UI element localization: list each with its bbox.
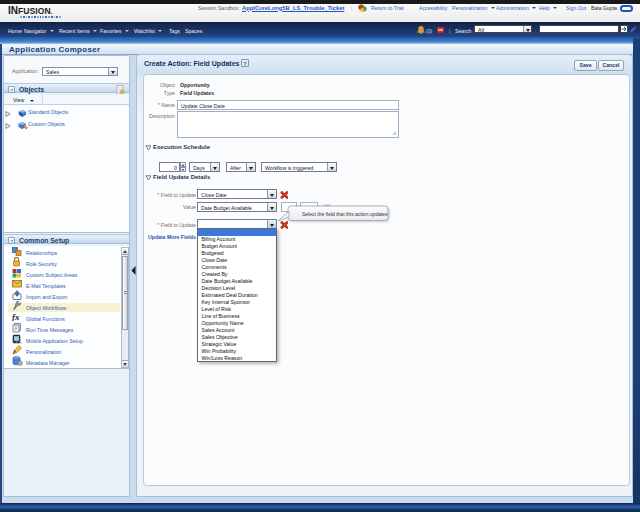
svg-text:Select the field that this act: Select the field that this action update… — [302, 211, 388, 217]
svg-text:fx: fx — [12, 312, 20, 321]
